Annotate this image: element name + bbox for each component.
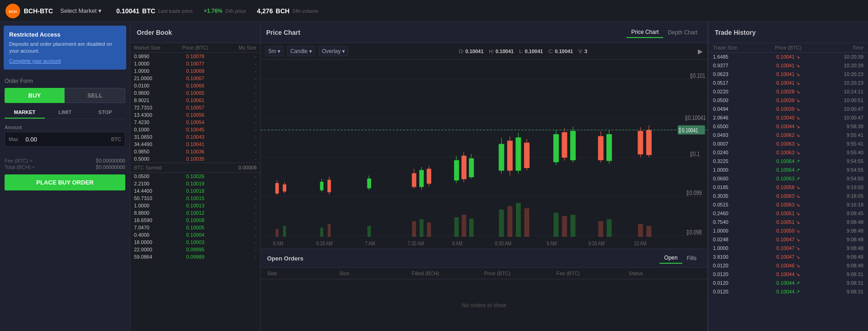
price-chart-area: Price Chart Price Chart Depth Chart 5m ▾… (261, 22, 708, 331)
table-row[interactable]: 7.42300.10054- (130, 119, 260, 126)
table-row[interactable]: 14.44000.10018- (130, 187, 260, 195)
table-row[interactable]: 1.00000.10077- (130, 60, 260, 67)
svg-rect-68 (454, 217, 459, 237)
table-row[interactable]: 31.06500.10043- (130, 133, 260, 141)
list-item: 0.05000.10039 ↘10:00:51 (708, 96, 868, 105)
chart-type-selector[interactable]: Candle ▾ (287, 46, 315, 56)
table-row[interactable]: 0.40000.10004- (130, 231, 260, 239)
list-item: 0.93770.10041 ↘10:20:39 (708, 61, 868, 70)
trading-pair: BCH-BTC (24, 7, 53, 15)
select-market-button[interactable]: Select Market ▾ (60, 7, 102, 14)
svg-rect-65 (412, 221, 416, 237)
list-item: 2.06460.10040 ↘10:00:47 (708, 114, 868, 122)
table-row[interactable]: 59.08640.09989- (130, 253, 260, 260)
table-row[interactable]: 8.88000.10012- (130, 209, 260, 217)
table-row[interactable]: 22.00000.09995- (130, 246, 260, 253)
amount-input[interactable] (22, 132, 107, 147)
restricted-title: Restricted Access (9, 31, 121, 38)
table-row[interactable]: 2.21000.10019- (130, 180, 260, 187)
buy-sell-toggle: BUY SELL (5, 88, 125, 103)
table-row[interactable]: 18.00000.10003- (130, 239, 260, 246)
table-row[interactable]: 1.00000.10068- (130, 67, 260, 75)
table-row[interactable]: 0.98000.10065- (130, 89, 260, 97)
tab-fills[interactable]: Fills (682, 253, 701, 263)
chart-title: Price Chart (266, 29, 627, 36)
col-price-btc: Price (BTC) (484, 271, 557, 276)
svg-rect-80 (638, 224, 643, 237)
svg-rect-33 (469, 158, 474, 177)
list-item: 1.00000.10050 ↘9:08:48 (708, 227, 868, 235)
table-row[interactable]: 72.73100.10057- (130, 104, 260, 111)
orderbook-title: Order Book (137, 29, 172, 36)
list-item: 0.05170.10041 ↘10:20:23 (708, 79, 868, 87)
tab-market[interactable]: MARKET (5, 107, 45, 119)
complete-account-link[interactable]: Complete your account (9, 58, 61, 64)
svg-text:10 AM: 10 AM (634, 240, 647, 246)
table-row[interactable]: 0.98900.10078- (130, 53, 260, 60)
table-row[interactable]: 34.44900.10041- (130, 141, 260, 148)
place-order-button[interactable]: PLACE BUY ORDER (5, 174, 125, 190)
table-row[interactable]: 0.01000.10066- (130, 82, 260, 89)
list-item: 0.06600.10063 ↗9:54:50 (708, 174, 868, 183)
svg-text:₿0.10041: ₿0.10041 (685, 114, 706, 122)
open-orders-header: Open Orders Open Fills (261, 249, 707, 268)
buy-button[interactable]: BUY (5, 88, 64, 103)
table-row[interactable]: 8.90210.10061- (130, 97, 260, 104)
svg-rect-77 (570, 215, 575, 237)
restricted-access-banner: Restricted Access Deposits and order pla… (4, 26, 126, 70)
timeframe-selector[interactable]: 5m ▾ (265, 46, 284, 56)
app-logo: BCH (5, 4, 20, 18)
table-row[interactable]: 50.73100.10015- (130, 195, 260, 202)
list-item: 0.30350.10063 ↘9:18:05 (708, 192, 868, 201)
table-row[interactable]: 7.04700.10005- (130, 224, 260, 231)
col-time: Time (813, 45, 863, 50)
tab-price-chart[interactable]: Price Chart (627, 27, 663, 38)
fee-row: Fee (BTC) ≈ ₿0.00000000 (5, 158, 125, 163)
svg-rect-76 (562, 216, 567, 237)
chevron-down-icon: ▾ (98, 7, 102, 14)
col-market-size: Market Size (134, 45, 175, 50)
svg-text:6:30 AM: 6:30 AM (316, 240, 333, 246)
list-item: 1.00000.10047 ↘9:08:48 (708, 244, 868, 253)
table-row[interactable]: 21.00000.10067- (130, 75, 260, 82)
orderbook-sell-rows: 0.98900.10078- 1.00000.10077- 1.00000.10… (130, 53, 260, 331)
tab-stop[interactable]: STOP (85, 107, 125, 119)
tab-depth-chart[interactable]: Depth Chart (663, 27, 702, 38)
overlay-selector[interactable]: Overlay ▾ (319, 46, 348, 56)
chart-canvas[interactable]: ₿0.101 ₿0.10041 ₿0.1 ₿0.099 ₿0.098 (261, 60, 707, 249)
currency-label: BTC (107, 133, 125, 146)
table-row[interactable]: 13.43000.10056- (130, 111, 260, 119)
svg-rect-81 (646, 226, 651, 237)
trade-history-column-headers: Trade Size Price (BTC) Time (708, 43, 868, 53)
max-button[interactable]: Max (5, 133, 22, 146)
list-item: 0.01200.10044 ↗9:08:31 (708, 288, 868, 296)
list-item: 0.01200.10046 ↘9:08:48 (708, 261, 868, 270)
svg-rect-63 (328, 224, 331, 237)
table-row[interactable]: 0.98500.10036- (130, 148, 260, 155)
svg-text:₿0.1: ₿0.1 (690, 150, 700, 157)
main-content: Restricted Access Deposits and order pla… (0, 22, 868, 331)
list-item: 0.00070.10063 ↘9:55:41 (708, 140, 868, 148)
table-row[interactable]: 1.00000.10013- (130, 202, 260, 209)
tab-open-orders[interactable]: Open (659, 253, 682, 264)
col-size: Size (339, 271, 412, 276)
table-row[interactable]: 18.65900.10008- (130, 217, 260, 224)
table-row[interactable]: 0.05000.10026- (130, 173, 260, 180)
table-row[interactable]: 0.50000.10035- (130, 155, 260, 163)
svg-rect-62 (320, 228, 323, 237)
chart-scroll-right-icon[interactable]: ▶ (698, 48, 703, 55)
total-label: Total (BCH) ≈ (5, 164, 35, 170)
col-fee-btc: Fee (BTC) (557, 271, 629, 276)
list-item: 0.01200.10044 ↘9:08:31 (708, 270, 868, 279)
svg-text:₿0.098: ₿0.098 (686, 228, 702, 236)
svg-rect-29 (454, 161, 459, 180)
col-my-size: My Size (216, 45, 257, 50)
svg-text:₿0.099: ₿0.099 (686, 190, 702, 197)
svg-rect-74 (524, 208, 529, 237)
sell-button[interactable]: SELL (64, 88, 125, 103)
order-type-tabs: MARKET LIMIT STOP (5, 107, 125, 119)
col-side: Side (267, 271, 339, 276)
list-item: 0.05150.10063 ↘9:16:18 (708, 201, 868, 209)
tab-limit[interactable]: LIMIT (45, 107, 85, 119)
table-row[interactable]: 0.10000.10045- (130, 126, 260, 133)
